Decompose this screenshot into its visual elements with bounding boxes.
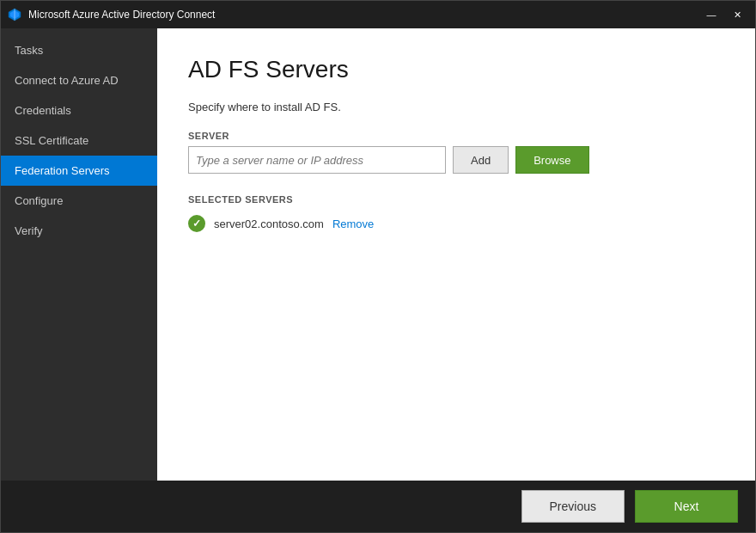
next-button[interactable]: Next xyxy=(635,490,738,523)
minimize-button[interactable]: — xyxy=(700,6,722,23)
sidebar-item-connect-azure-ad[interactable]: Connect to Azure AD xyxy=(1,65,157,95)
previous-button[interactable]: Previous xyxy=(521,490,625,523)
sidebar: Tasks Connect to Azure AD Credentials SS… xyxy=(1,28,157,481)
window-controls: — ✕ xyxy=(700,6,748,23)
server-name: server02.contoso.com xyxy=(214,217,324,230)
remove-server-link[interactable]: Remove xyxy=(332,217,374,230)
window-title: Microsoft Azure Active Directory Connect xyxy=(28,9,700,21)
page-title: AD FS Servers xyxy=(188,56,724,83)
sidebar-item-federation-servers[interactable]: Federation Servers xyxy=(1,156,157,186)
title-bar: Microsoft Azure Active Directory Connect… xyxy=(1,1,755,28)
main-content: Tasks Connect to Azure AD Credentials SS… xyxy=(1,28,755,481)
server-field-label: SERVER xyxy=(188,131,724,141)
sidebar-item-verify[interactable]: Verify xyxy=(1,216,157,246)
app-icon xyxy=(8,8,21,21)
server-input-row: Add Browse xyxy=(188,146,724,174)
sidebar-item-configure[interactable]: Configure xyxy=(1,186,157,216)
browse-button[interactable]: Browse xyxy=(515,146,588,174)
content-area: AD FS Servers Specify where to install A… xyxy=(157,28,755,481)
app-window: Microsoft Azure Active Directory Connect… xyxy=(0,0,756,533)
server-input[interactable] xyxy=(188,146,446,174)
selected-servers-label: SELECTED SERVERS xyxy=(188,194,724,205)
server-check-icon xyxy=(188,215,205,232)
sidebar-item-tasks[interactable]: Tasks xyxy=(1,35,157,65)
sidebar-item-ssl-certificate[interactable]: SSL Certificate xyxy=(1,126,157,156)
server-entry: server02.contoso.com Remove xyxy=(188,215,724,232)
close-button[interactable]: ✕ xyxy=(726,6,748,23)
sidebar-item-credentials[interactable]: Credentials xyxy=(1,95,157,126)
page-description: Specify where to install AD FS. xyxy=(188,101,724,113)
footer: Previous Next xyxy=(1,481,755,532)
add-button[interactable]: Add xyxy=(453,146,509,174)
